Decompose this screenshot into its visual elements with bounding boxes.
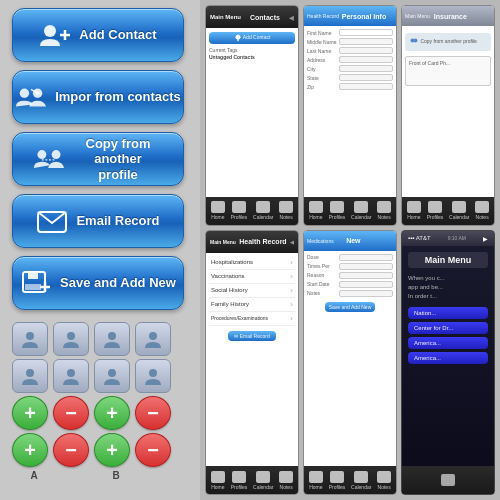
- svg-point-23: [149, 369, 157, 377]
- insurance-body: Copy from another profile Front of Card …: [402, 26, 494, 197]
- tab-notes-4[interactable]: Notes: [279, 471, 293, 490]
- tab-profiles-4[interactable]: Profiles: [231, 471, 248, 490]
- add-control-4[interactable]: +: [94, 433, 130, 467]
- tab-notes-5[interactable]: Notes: [377, 471, 391, 490]
- insurance-screen: Main Menu Insurance Copy from another pr…: [401, 5, 495, 226]
- tab-notes-1[interactable]: Notes: [279, 201, 293, 220]
- contacts-add-btn[interactable]: Add Contact: [209, 32, 295, 44]
- insurance-back: Main Menu: [405, 13, 430, 19]
- add-control-1[interactable]: +: [12, 396, 48, 430]
- remove-control-2[interactable]: −: [135, 396, 171, 430]
- att-america-2[interactable]: America...: [408, 352, 488, 364]
- save-add-new-label: Save and Add New: [60, 275, 176, 291]
- tab-profiles-5[interactable]: Profiles: [329, 471, 346, 490]
- copy-profile-small-btn[interactable]: Copy from another profile: [405, 33, 491, 51]
- health-item-5[interactable]: Procedures/Examinations ›: [209, 312, 295, 326]
- att-description: When you c...app and be...In order t...: [408, 274, 488, 301]
- avatar-8: [135, 359, 171, 393]
- att-title: Main Menu: [408, 252, 488, 268]
- svg-point-7: [37, 150, 46, 159]
- front-card-placeholder: Front of Card Ph...: [405, 56, 491, 86]
- copy-profile-label: Copy from another profile: [73, 136, 163, 183]
- svg-point-28: [414, 39, 418, 43]
- contacts-back: Main Menu: [210, 14, 241, 20]
- tab-calendar-2[interactable]: Calendar: [351, 201, 371, 220]
- save-add-small: Save and Add New: [307, 301, 393, 313]
- tab-home-3[interactable]: Home: [407, 201, 421, 220]
- att-footer: [402, 466, 494, 494]
- add-control-3[interactable]: +: [12, 433, 48, 467]
- import-contacts-label: Impor from contacts: [55, 89, 181, 105]
- copy-profile-button[interactable]: Copy from another profile: [12, 132, 184, 186]
- tab-home-2[interactable]: Home: [309, 201, 323, 220]
- untagged-contacts: Untagged Contacts: [209, 54, 295, 60]
- tab-profiles-1[interactable]: Profiles: [231, 201, 248, 220]
- contacts-header: Main Menu Contacts ◀: [206, 6, 298, 28]
- tab-calendar-1[interactable]: Calendar: [253, 201, 273, 220]
- contacts-body: Add Contact Current Tags Untagged Contac…: [206, 28, 298, 197]
- health-item-4[interactable]: Family History ›: [209, 298, 295, 312]
- personal-title: Personal Info: [342, 13, 386, 20]
- att-wifi: ▶: [483, 235, 488, 242]
- contacts-footer: Home Profiles Calendar Notes: [206, 197, 298, 225]
- health-record-header: Main Menu Health Record ◀: [206, 231, 298, 253]
- insurance-header: Main Menu Insurance: [402, 6, 494, 26]
- remove-control-1[interactable]: −: [53, 396, 89, 430]
- add-contact-icon: [39, 21, 71, 49]
- personal-info-footer: Home Profiles Calendar Notes: [304, 197, 396, 225]
- att-national[interactable]: Nation...: [408, 307, 488, 319]
- current-tags-label: Current Tags: [209, 47, 295, 53]
- remove-control-3[interactable]: −: [53, 433, 89, 467]
- att-center-dr[interactable]: Center for Dr...: [408, 322, 488, 334]
- tab-notes-2[interactable]: Notes: [377, 201, 391, 220]
- svg-point-18: [108, 332, 116, 340]
- tab-home-4[interactable]: Home: [211, 471, 225, 490]
- personal-info-body: First Name Middle Name Last Name Address: [304, 26, 396, 197]
- health-item-2[interactable]: Vaccinations ›: [209, 270, 295, 284]
- tab-profiles-2[interactable]: Profiles: [329, 201, 346, 220]
- copy-profile-icon: [33, 145, 65, 173]
- contacts-screen: Main Menu Contacts ◀ Add Contact Current…: [205, 5, 299, 226]
- add-contact-button[interactable]: Add Contact: [12, 8, 184, 62]
- tab-calendar-5[interactable]: Calendar: [351, 471, 371, 490]
- insurance-footer: Home Profiles Calendar Notes: [402, 197, 494, 225]
- email-record-icon: [36, 207, 68, 235]
- tab-calendar-3[interactable]: Calendar: [449, 201, 469, 220]
- email-record-button[interactable]: Email Record: [12, 194, 184, 248]
- save-add-new-icon: [20, 269, 52, 297]
- att-header: ▪▪▪ AT&T 9:10 AM ▶: [402, 231, 494, 246]
- new-med-title: New: [346, 237, 360, 244]
- att-body: Main Menu When you c...app and be...In o…: [402, 246, 494, 466]
- avatar-5: [12, 359, 48, 393]
- remove-control-4[interactable]: −: [135, 433, 171, 467]
- svg-point-0: [44, 25, 56, 37]
- tab-home-1[interactable]: Home: [211, 201, 225, 220]
- svg-point-21: [67, 369, 75, 377]
- tab-profiles-3[interactable]: Profiles: [427, 201, 444, 220]
- save-add-new-button[interactable]: Save and Add New: [12, 256, 184, 310]
- att-america-1[interactable]: America...: [408, 337, 488, 349]
- svg-rect-12: [28, 272, 38, 279]
- avatar-6: [53, 359, 89, 393]
- add-contact-label: Add Contact: [79, 27, 156, 43]
- svg-point-8: [52, 150, 61, 159]
- health-item-1[interactable]: Hospitalizations ›: [209, 256, 295, 270]
- avatar-1: [12, 322, 48, 356]
- svg-point-16: [26, 332, 34, 340]
- group-label-a: A: [16, 470, 52, 481]
- health-record-screen: Main Menu Health Record ◀ Hospitalizatio…: [205, 230, 299, 495]
- avatar-4: [135, 322, 171, 356]
- insurance-title: Insurance: [434, 13, 467, 20]
- health-back: Main Menu: [210, 239, 236, 245]
- health-title: Health Record: [239, 238, 286, 245]
- tab-calendar-4[interactable]: Calendar: [253, 471, 273, 490]
- health-record-footer: Home Profiles Calendar Notes: [206, 466, 298, 494]
- tab-home-5[interactable]: Home: [309, 471, 323, 490]
- tab-notes-3[interactable]: Notes: [475, 201, 489, 220]
- health-item-3[interactable]: Social History ›: [209, 284, 295, 298]
- import-contacts-button[interactable]: Impor from contacts: [12, 70, 184, 124]
- add-control-2[interactable]: +: [94, 396, 130, 430]
- svg-rect-13: [25, 284, 41, 290]
- avatar-3: [94, 322, 130, 356]
- new-med-body: Dose Times Per Reason Start Date: [304, 251, 396, 466]
